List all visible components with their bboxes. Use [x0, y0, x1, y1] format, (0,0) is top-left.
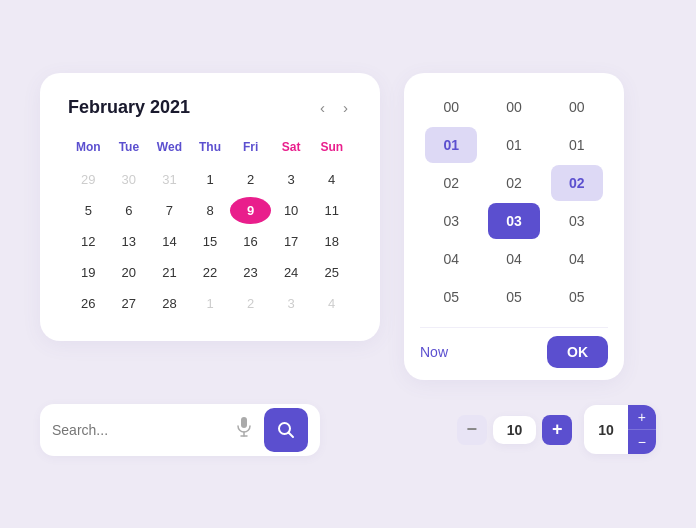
table-row[interactable]: 15: [190, 228, 231, 255]
table-row[interactable]: 27: [109, 290, 150, 317]
hours-column: 00 01 02 03 04 05: [420, 89, 483, 315]
stepper-group: − 10 + 10 + −: [457, 405, 656, 454]
time-picker-card: 00 01 02 03 04 05 00 01 02 03 04 05: [404, 73, 624, 380]
minutes-column: 00 01 02 03 04 05: [483, 89, 546, 315]
next-month-button[interactable]: ›: [339, 97, 352, 118]
calendar-title: February 2021: [68, 97, 190, 118]
time-cell-h04[interactable]: 04: [425, 241, 477, 277]
table-row[interactable]: 20: [109, 259, 150, 286]
table-row[interactable]: 16: [230, 228, 271, 255]
table-row[interactable]: 5: [68, 197, 109, 224]
seconds-column: 00 01 02 03 04 05: [545, 89, 608, 315]
svg-rect-0: [241, 417, 247, 428]
day-header-fri: Fri: [230, 136, 271, 162]
main-container: February 2021 ‹ › Mon Tue Wed Thu Fri Sa…: [0, 41, 696, 488]
ok-button[interactable]: OK: [547, 336, 608, 368]
day-header-wed: Wed: [149, 136, 190, 162]
table-row[interactable]: 6: [109, 197, 150, 224]
table-row[interactable]: 12: [68, 228, 109, 255]
table-row[interactable]: 7: [149, 197, 190, 224]
time-cell-m00[interactable]: 00: [488, 89, 540, 125]
time-cell-s00[interactable]: 00: [551, 89, 603, 125]
time-cell-m02[interactable]: 02: [488, 165, 540, 201]
selected-date[interactable]: 9: [230, 197, 271, 224]
time-cell-s02[interactable]: 02: [551, 165, 603, 201]
table-row[interactable]: 8: [190, 197, 231, 224]
time-cell-s01[interactable]: 01: [551, 127, 603, 163]
time-footer: Now OK: [420, 327, 608, 368]
calendar-header: February 2021 ‹ ›: [68, 97, 352, 118]
time-cell-h03[interactable]: 03: [425, 203, 477, 239]
table-row[interactable]: 3: [271, 166, 312, 193]
bottom-row: − 10 + 10 + −: [40, 404, 656, 456]
table-row[interactable]: 1: [190, 290, 231, 317]
increment-button-2[interactable]: +: [628, 405, 656, 430]
stepper-value-2: 10: [584, 416, 628, 444]
now-button[interactable]: Now: [420, 344, 448, 360]
time-cell-m03[interactable]: 03: [488, 203, 540, 239]
time-cell-s04[interactable]: 04: [551, 241, 603, 277]
search-button[interactable]: [264, 408, 308, 452]
time-cell-h05[interactable]: 05: [425, 279, 477, 315]
time-cell-m05[interactable]: 05: [488, 279, 540, 315]
table-row[interactable]: 2: [230, 166, 271, 193]
stepper2-buttons: + −: [628, 405, 656, 454]
stepper-value-1: 10: [493, 416, 537, 444]
table-row[interactable]: 23: [230, 259, 271, 286]
table-row[interactable]: 4: [311, 166, 352, 193]
time-cell-h02[interactable]: 02: [425, 165, 477, 201]
day-header-sat: Sat: [271, 136, 312, 162]
table-row[interactable]: 10: [271, 197, 312, 224]
top-row: February 2021 ‹ › Mon Tue Wed Thu Fri Sa…: [40, 73, 656, 380]
table-row[interactable]: 21: [149, 259, 190, 286]
table-row[interactable]: 4: [311, 290, 352, 317]
table-row[interactable]: 13: [109, 228, 150, 255]
table-row[interactable]: 22: [190, 259, 231, 286]
table-row[interactable]: 18: [311, 228, 352, 255]
table-row[interactable]: 28: [149, 290, 190, 317]
day-header-tue: Tue: [109, 136, 150, 162]
stepper-1: − 10 +: [457, 405, 573, 454]
stepper-2: 10 + −: [584, 405, 656, 454]
decrement-button-1[interactable]: −: [457, 415, 487, 445]
svg-line-4: [289, 432, 294, 437]
day-header-thu: Thu: [190, 136, 231, 162]
table-row[interactable]: 3: [271, 290, 312, 317]
table-row[interactable]: 24: [271, 259, 312, 286]
table-row[interactable]: 1: [190, 166, 231, 193]
time-cell-h00[interactable]: 00: [425, 89, 477, 125]
time-cell-m04[interactable]: 04: [488, 241, 540, 277]
table-row[interactable]: 17: [271, 228, 312, 255]
day-header-mon: Mon: [68, 136, 109, 162]
microphone-icon[interactable]: [236, 417, 252, 442]
calendar-grid: Mon Tue Wed Thu Fri Sat Sun 29 30 31 1 2…: [68, 136, 352, 317]
calendar-nav: ‹ ›: [316, 97, 352, 118]
table-row[interactable]: 25: [311, 259, 352, 286]
table-row[interactable]: 30: [109, 166, 150, 193]
prev-month-button[interactable]: ‹: [316, 97, 329, 118]
table-row[interactable]: 26: [68, 290, 109, 317]
table-row[interactable]: 14: [149, 228, 190, 255]
time-cell-s03[interactable]: 03: [551, 203, 603, 239]
increment-button-1[interactable]: +: [542, 415, 572, 445]
time-cell-s05[interactable]: 05: [551, 279, 603, 315]
table-row[interactable]: 19: [68, 259, 109, 286]
time-cell-m01[interactable]: 01: [488, 127, 540, 163]
day-header-sun: Sun: [311, 136, 352, 162]
table-row[interactable]: 29: [68, 166, 109, 193]
calendar-card: February 2021 ‹ › Mon Tue Wed Thu Fri Sa…: [40, 73, 380, 341]
search-input[interactable]: [52, 422, 228, 438]
table-row[interactable]: 2: [230, 290, 271, 317]
table-row[interactable]: 31: [149, 166, 190, 193]
time-columns: 00 01 02 03 04 05 00 01 02 03 04 05: [420, 89, 608, 315]
decrement-button-2[interactable]: −: [628, 430, 656, 454]
table-row[interactable]: 11: [311, 197, 352, 224]
search-bar: [40, 404, 320, 456]
time-cell-h01[interactable]: 01: [425, 127, 477, 163]
